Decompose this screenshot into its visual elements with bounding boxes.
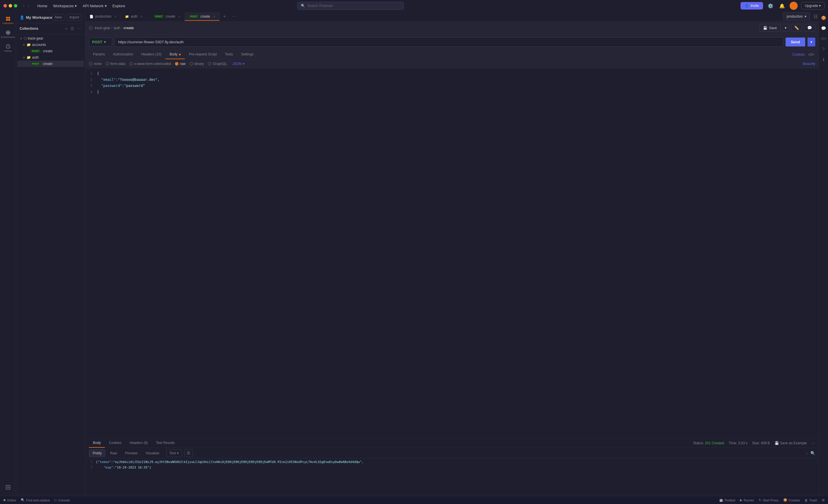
save-dropdown-button[interactable]: ▾ bbox=[782, 24, 789, 32]
raw-radio[interactable] bbox=[175, 62, 178, 66]
response-test-results-tab[interactable]: Test Results bbox=[152, 438, 179, 448]
cookies-link[interactable]: Cookies bbox=[792, 52, 804, 56]
authorization-tab[interactable]: Authorization bbox=[109, 50, 137, 59]
url-input[interactable] bbox=[114, 37, 783, 47]
save-button[interactable]: 💾 Save bbox=[759, 24, 781, 32]
new-button[interactable]: New bbox=[52, 14, 65, 21]
tab-auth-folder[interactable]: 📁 auth ✕ bbox=[121, 12, 150, 21]
sidebar-item-extra[interactable] bbox=[2, 481, 14, 494]
params-tab[interactable]: Params bbox=[89, 50, 109, 59]
filter-button[interactable]: ☰ bbox=[70, 26, 75, 32]
pretty-tab[interactable]: Pretty bbox=[89, 450, 106, 457]
edit-icon-button[interactable]: ✏️ bbox=[791, 24, 802, 32]
copy-response-button[interactable]: ⎓ bbox=[806, 451, 808, 456]
tree-auth-create[interactable]: POST create bbox=[17, 60, 84, 67]
graphql-radio[interactable] bbox=[208, 62, 211, 66]
binary-option[interactable]: binary bbox=[190, 62, 204, 66]
raw-tab[interactable]: Raw bbox=[107, 450, 120, 457]
api-network-nav[interactable]: API Network ▾ bbox=[80, 3, 109, 9]
console-button[interactable]: ▷ Console bbox=[54, 498, 70, 502]
code-icon-button[interactable]: </> bbox=[819, 35, 828, 43]
trash-button[interactable]: 🗑 Trash bbox=[804, 498, 817, 502]
upgrade-button[interactable]: Upgrade ▾ bbox=[801, 2, 825, 9]
tab-post-create-2[interactable]: POST create ✕ bbox=[185, 12, 220, 21]
text-format-selector[interactable]: Text ▾ bbox=[166, 450, 182, 457]
form-data-radio[interactable] bbox=[106, 62, 109, 66]
visualize-tab[interactable]: Visualize bbox=[142, 450, 163, 457]
pre-request-tab[interactable]: Pre-request Script bbox=[185, 50, 221, 59]
sidebar-item-environments[interactable]: Environments bbox=[2, 28, 14, 40]
cookie-icon-button[interactable]: 🍪 bbox=[819, 14, 828, 22]
tree-auth-folder[interactable]: ▼ 📁 auth bbox=[17, 54, 84, 60]
code-editor[interactable]: 1 { 2 "email":"fooooo@baaaar.dev", 3 "pa… bbox=[85, 69, 819, 438]
minimize-button[interactable] bbox=[9, 4, 12, 7]
graphql-option[interactable]: GraphQL bbox=[208, 62, 227, 66]
avatar[interactable] bbox=[790, 2, 798, 10]
send-dropdown-button[interactable]: ▾ bbox=[808, 38, 815, 46]
body-tab[interactable]: Body bbox=[165, 50, 185, 59]
back-button[interactable]: ‹ bbox=[22, 3, 26, 9]
comment-icon-button[interactable]: 💬 bbox=[804, 24, 815, 32]
sidebar-item-history[interactable]: History bbox=[2, 42, 14, 54]
postbot-button[interactable]: 🤖 Postbot bbox=[719, 498, 735, 502]
send-button[interactable]: Send bbox=[786, 38, 805, 46]
tab-post-create-1[interactable]: POST create ✕ bbox=[150, 12, 185, 21]
close-button[interactable] bbox=[3, 4, 7, 7]
urlencoded-option[interactable]: x-www-form-urlencoded bbox=[129, 62, 171, 66]
urlencoded-radio[interactable] bbox=[129, 62, 133, 66]
workspaces-nav[interactable]: Workspaces ▾ bbox=[51, 3, 79, 9]
settings-tab[interactable]: Settings bbox=[237, 50, 257, 59]
search-input-box[interactable]: 🔍 Search Postman bbox=[297, 2, 404, 10]
tab-close-icon[interactable]: ✕ bbox=[178, 15, 180, 18]
runner-button[interactable]: ▶ Runner bbox=[740, 498, 754, 502]
response-more-button[interactable]: ⋯ bbox=[812, 441, 815, 446]
add-collection-button[interactable]: + bbox=[65, 26, 68, 32]
response-headers-tab[interactable]: Headers (8) bbox=[126, 438, 152, 448]
search-response-button[interactable]: 🔍 bbox=[811, 451, 815, 456]
tab-close-icon[interactable]: ✕ bbox=[213, 15, 215, 18]
json-format-selector[interactable]: JSON ▾ bbox=[233, 62, 245, 66]
invite-button[interactable]: 👤 Invite bbox=[741, 2, 763, 9]
environment-selector[interactable]: production ▾ bbox=[783, 12, 810, 20]
new-tab-button[interactable]: + bbox=[220, 11, 229, 22]
info-icon-button[interactable]: ℹ bbox=[821, 55, 826, 64]
response-body-tab[interactable]: Body bbox=[89, 438, 105, 448]
maximize-button[interactable] bbox=[14, 4, 17, 7]
comment-icon-button[interactable]: 💬 bbox=[819, 24, 828, 32]
online-status[interactable]: Online bbox=[3, 499, 16, 502]
explore-nav[interactable]: Explore bbox=[110, 3, 128, 9]
tab-close-icon[interactable]: ✕ bbox=[140, 15, 142, 18]
beautify-link[interactable]: Beautify bbox=[803, 62, 815, 66]
layout-button[interactable]: ⊞ bbox=[822, 498, 825, 502]
filter-icon-button[interactable]: ☰ bbox=[184, 449, 193, 457]
none-radio[interactable] bbox=[89, 62, 92, 66]
code-icon-button[interactable]: </> bbox=[809, 52, 814, 57]
tree-root-track-gear[interactable]: ▼ ⬡ track-gear bbox=[17, 35, 84, 42]
tree-accounts-create[interactable]: POST create bbox=[17, 48, 84, 54]
response-cookies-tab[interactable]: Cookies bbox=[105, 438, 125, 448]
save-example-button[interactable]: 💾 Save as Example bbox=[775, 441, 807, 445]
form-data-option[interactable]: form-data bbox=[106, 62, 125, 66]
search-bar[interactable]: 🔍 Search Postman bbox=[297, 2, 404, 10]
layout-icon-button[interactable]: ☷ bbox=[813, 13, 819, 20]
forward-button[interactable]: › bbox=[27, 3, 31, 9]
binary-radio[interactable] bbox=[190, 62, 193, 66]
settings-button[interactable]: ⚙️ bbox=[767, 2, 775, 10]
raw-option[interactable]: raw bbox=[175, 62, 185, 66]
import-button[interactable]: Import bbox=[67, 14, 82, 21]
more-tabs-button[interactable]: ⋯ bbox=[229, 12, 239, 21]
notifications-button[interactable]: 🔔 bbox=[778, 2, 786, 10]
preview-tab[interactable]: Preview bbox=[122, 450, 141, 457]
tab-close-icon[interactable]: ✕ bbox=[114, 15, 117, 18]
method-selector[interactable]: POST ▾ bbox=[89, 38, 112, 46]
none-option[interactable]: none bbox=[89, 62, 101, 66]
help-icon-button[interactable]: ? bbox=[821, 45, 827, 53]
sidebar-item-collections[interactable]: Collections bbox=[2, 14, 14, 27]
start-proxy-button[interactable]: ↻ Start Proxy bbox=[759, 498, 778, 502]
find-replace-button[interactable]: 🔍 Find and replace bbox=[21, 498, 50, 502]
more-button[interactable]: ⋯ bbox=[77, 26, 82, 32]
headers-tab[interactable]: Headers (10) bbox=[137, 50, 165, 59]
tab-production-env[interactable]: 📄 production ✕ bbox=[85, 12, 121, 21]
cookies-button[interactable]: 🍪 Cookies bbox=[783, 498, 800, 502]
tree-accounts-folder[interactable]: ▼ 📁 accounts bbox=[17, 42, 84, 48]
